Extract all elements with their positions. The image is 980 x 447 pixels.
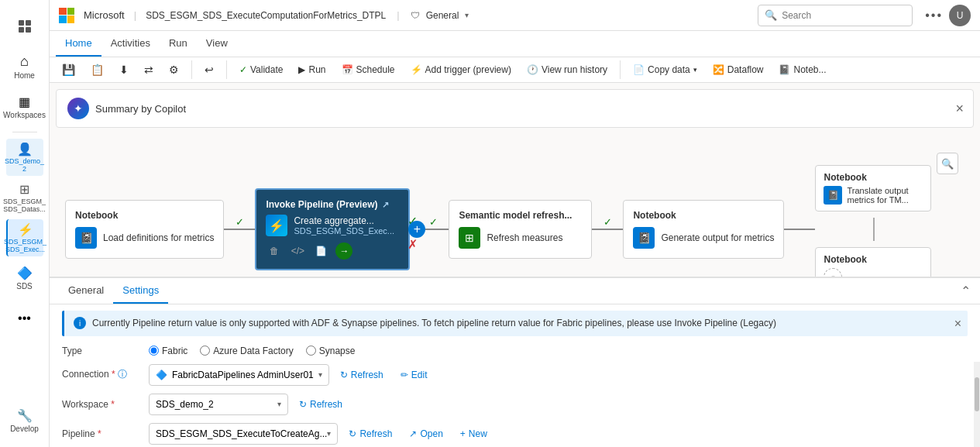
- schedule-button[interactable]: 📅 Schedule: [335, 61, 401, 78]
- copy-button[interactable]: 📋: [84, 60, 110, 79]
- user-avatar[interactable]: U: [949, 5, 971, 26]
- check-2: ✓: [429, 216, 438, 228]
- notebook-button[interactable]: 📓 Noteb...: [772, 61, 832, 78]
- type-fabric-radio[interactable]: [149, 346, 159, 356]
- pipeline-label: Pipeline *: [62, 428, 139, 439]
- copy-data-icon: 📄: [633, 64, 645, 75]
- invoke-copy-icon[interactable]: 📄: [312, 242, 329, 260]
- apps-icon: [17, 19, 33, 34]
- tab-view[interactable]: View: [197, 31, 237, 57]
- thumbnail-node-1[interactable]: Notebook 📓 Translate output metrics for …: [815, 165, 931, 211]
- type-synapse-label: Synapse: [319, 346, 356, 356]
- invoke-body: ⚡ Create aggregate... SDS_ESGM_SDS_Exec.…: [266, 215, 399, 236]
- semantic-node-text: Refresh measures: [487, 232, 562, 243]
- settings-tab-bar: General Settings ⌃: [50, 278, 980, 304]
- connection-pipeline-icon: 🔷: [156, 370, 167, 380]
- sidebar-item-sds[interactable]: 🔷 SDS: [6, 260, 43, 297]
- scrollbar-track[interactable]: [974, 362, 980, 447]
- notebook-node-1[interactable]: Notebook 📓 Load definitions for metrics: [65, 200, 224, 259]
- history-button[interactable]: 🕐 View run history: [521, 61, 614, 78]
- search-input[interactable]: [782, 10, 906, 21]
- tab-run[interactable]: Run: [160, 31, 197, 57]
- invoke-pipeline-node[interactable]: Invoke Pipeline (Preview) ↗ ⚡ Create agg…: [255, 188, 410, 270]
- sidebar-item-home[interactable]: ⌂ Home: [6, 48, 43, 85]
- template-button[interactable]: ⇄: [138, 60, 160, 79]
- invoke-delete-icon[interactable]: 🗑: [266, 242, 283, 260]
- semantic-node-body: ⊞ Refresh measures: [459, 227, 582, 249]
- workspace-required: *: [111, 399, 115, 410]
- info-text: Currently Pipeline return value is only …: [92, 317, 958, 330]
- invoke-arrow-icon[interactable]: →: [335, 242, 352, 260]
- type-synapse-radio[interactable]: [306, 346, 316, 356]
- settings-button[interactable]: ⚙: [163, 60, 185, 79]
- notebook-icon: 📓: [779, 64, 790, 75]
- invoke-actions: 🗑 </> 📄 →: [266, 242, 399, 260]
- environment-label[interactable]: General: [426, 10, 459, 21]
- validate-button[interactable]: ✓ Validate: [233, 61, 289, 78]
- pipeline-new-button[interactable]: + New: [454, 425, 493, 442]
- copy-data-button[interactable]: 📄 Copy data ▾: [627, 61, 703, 78]
- notebook-node-1-text: Load definitions for metrics: [103, 232, 214, 243]
- more-icon: •••: [18, 311, 31, 325]
- more-menu-button[interactable]: •••: [925, 9, 943, 22]
- type-fabric-label: Fabric: [162, 346, 187, 356]
- type-adf-option[interactable]: Azure Data Factory: [200, 346, 293, 356]
- tab-home[interactable]: Home: [56, 31, 101, 57]
- search-box[interactable]: 🔍: [758, 5, 913, 26]
- pipeline-label-text: Pipeline: [62, 428, 95, 439]
- trigger-button[interactable]: ⚡ Add trigger (preview): [404, 61, 518, 78]
- invoke-code-icon[interactable]: </>: [289, 242, 306, 260]
- thumbnail-node-2[interactable]: Notebook ○: [815, 247, 931, 277]
- sidebar-item-sds-esgm-data[interactable]: ⊞ SDS_ESGM_SDS_Datas...: [6, 179, 43, 216]
- semantic-node[interactable]: Semantic model refresh... ⊞ Refresh meas…: [449, 200, 592, 259]
- connection-select[interactable]: 🔷 FabricDataPipelines AdminUser01 ▾: [149, 364, 329, 386]
- canvas-search-button[interactable]: 🔍: [937, 153, 958, 174]
- sidebar-item-sds-esgm-exec[interactable]: ⚡ SDS_ESGM_SDS_Exec...: [6, 219, 43, 256]
- sidebar-item-apps[interactable]: [6, 8, 43, 45]
- type-label: Type: [62, 346, 139, 356]
- dataflow-button[interactable]: 🔀 Dataflow: [707, 61, 770, 78]
- connection-info-icon: ⓘ: [118, 369, 127, 380]
- sidebar-item-sds-demo[interactable]: 👤 SDS_demo_2: [6, 139, 43, 176]
- invoke-sub: SDS_ESGM_SDS_Exec...: [294, 226, 394, 236]
- type-adf-radio[interactable]: [200, 346, 210, 356]
- download-button[interactable]: ⬇: [113, 60, 135, 79]
- settings-collapse-button[interactable]: ⌃: [961, 284, 971, 298]
- run-button[interactable]: ▶ Run: [292, 61, 332, 78]
- workspace-row: Workspace * SDS_demo_2 ▾ ↻ Refresh: [62, 394, 968, 415]
- undo-button[interactable]: ↩: [198, 60, 220, 79]
- type-synapse-option[interactable]: Synapse: [306, 346, 356, 356]
- invoke-header: Invoke Pipeline (Preview) ↗: [266, 199, 399, 210]
- dataflow-icon: 🔀: [713, 64, 724, 75]
- thumbnail-node-1-body: 📓 Translate output metrics for TM...: [824, 186, 923, 205]
- pipeline-open-button[interactable]: ↗ Open: [403, 425, 449, 442]
- thumbnail-nodes-container: Notebook 📓 Translate output metrics for …: [815, 165, 931, 277]
- settings-icon: ⚙: [169, 64, 179, 76]
- scrollbar-thumb[interactable]: [975, 377, 979, 411]
- tab-activities[interactable]: Activities: [101, 31, 160, 57]
- tab-general[interactable]: General: [59, 278, 113, 304]
- tab-settings[interactable]: Settings: [113, 278, 168, 304]
- env-chevron-icon[interactable]: ▾: [465, 11, 469, 19]
- invoke-add-button[interactable]: +: [408, 221, 425, 238]
- pipeline-new-icon: +: [460, 428, 466, 439]
- pipeline-refresh-label: Refresh: [359, 428, 392, 439]
- type-fabric-option[interactable]: Fabric: [149, 346, 187, 356]
- info-close-button[interactable]: ×: [954, 317, 961, 331]
- sidebar-item-workspaces[interactable]: ▦ Workspaces: [6, 88, 43, 126]
- save-button[interactable]: 💾: [56, 60, 81, 79]
- copilot-close-button[interactable]: ×: [955, 101, 964, 117]
- pipeline-refresh-button[interactable]: ↻ Refresh: [342, 425, 398, 442]
- pipeline-select[interactable]: SDS_ESGM_SDS_ExecuteToCreateAg... ▾: [149, 423, 338, 445]
- sidebar-item-more[interactable]: •••: [6, 300, 43, 337]
- notebook-node-2[interactable]: Notebook 📓 Generate output for metrics: [623, 200, 784, 259]
- copy-data-chevron[interactable]: ▾: [693, 66, 697, 74]
- workspace-select[interactable]: SDS_demo_2 ▾: [149, 394, 288, 415]
- connection-edit-button[interactable]: ✏ Edit: [394, 366, 434, 383]
- user-icon: 👤: [17, 142, 33, 156]
- connection-refresh-button[interactable]: ↻ Refresh: [334, 366, 390, 383]
- save-icon: 💾: [62, 64, 75, 76]
- invoke-df-icon: ⚡: [266, 215, 287, 236]
- sidebar-item-develop[interactable]: 🔧 Develop: [6, 402, 43, 439]
- workspace-refresh-button[interactable]: ↻ Refresh: [293, 396, 349, 413]
